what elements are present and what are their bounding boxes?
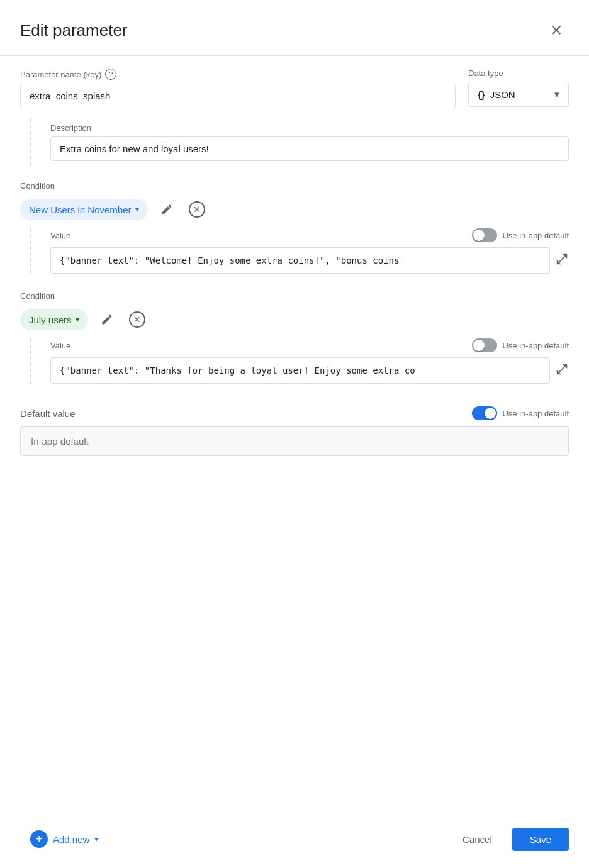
description-input[interactable] [50,136,569,161]
save-button[interactable]: Save [512,828,569,851]
default-value-input[interactable] [20,426,569,456]
add-icon: + [30,830,48,848]
condition2-edit-button[interactable] [96,308,118,331]
condition2-toggle-thumb [473,340,485,351]
condition2-header: July users ▾ ✕ [20,308,569,331]
circle-x-icon: ✕ [189,201,205,218]
condition2-value-input[interactable] [50,357,550,384]
footer-actions: Cancel Save [450,828,569,851]
condition1-expand-button[interactable] [555,252,569,269]
condition2-remove-button[interactable]: ✕ [126,308,149,331]
description-section: Description [20,118,569,166]
default-use-default-text: Use in-app default [502,409,569,418]
condition1-chip[interactable]: New Users in November ▾ [20,199,148,220]
condition2-value-inner: Value Use in-app default [40,338,569,384]
data-type-label: Data type [468,69,569,78]
condition1-use-default-row: Use in-app default [472,228,569,242]
condition1-value-input-row [50,247,569,274]
param-datatype-row: Parameter name (key) ? Data type {} JSON… [20,69,569,108]
condition2-use-default-row: Use in-app default [472,338,569,352]
condition1-value-label: Value [50,231,70,240]
add-new-button[interactable]: + Add new ▾ [20,825,108,853]
default-value-header: Default value Use in-app default [20,406,569,420]
condition2-value-label: Value [50,341,70,350]
condition1-value-section: Value Use in-app default [20,228,569,274]
condition1-chip-chevron-icon: ▾ [135,205,139,214]
condition1-section-label: Condition [20,181,569,191]
default-toggle[interactable] [472,406,497,420]
chevron-down-icon: ▾ [554,89,559,100]
header-divider [0,55,589,56]
close-button[interactable] [544,18,569,43]
default-value-label: Default value [20,408,76,419]
condition1-use-default-text: Use in-app default [502,231,569,240]
condition2-chip-chevron-icon: ▾ [76,315,79,324]
condition2-expand-button[interactable] [555,362,569,379]
data-type-group: Data type {} JSON ▾ [468,69,569,107]
pencil-icon [101,313,113,326]
condition1-value-inner: Value Use in-app default [40,228,569,274]
condition1-value-input[interactable] [50,247,550,274]
add-new-chevron-icon: ▾ [94,835,98,843]
description-indent [30,118,40,166]
condition2-use-default-text: Use in-app default [502,341,569,350]
condition2-toggle[interactable] [472,338,497,352]
condition1-value-row: Value Use in-app default [50,228,569,242]
param-name-label: Parameter name (key) ? [20,69,456,80]
condition2-value-section: Value Use in-app default [20,338,569,384]
help-icon[interactable]: ? [105,69,116,80]
condition1-header: New Users in November ▾ ✕ [20,198,569,221]
param-name-input[interactable] [20,84,456,108]
condition1-toggle[interactable] [472,228,497,242]
edit-parameter-dialog: Edit parameter Parameter name (key) ? Da… [0,0,589,868]
json-icon: {} [478,89,485,100]
description-label: Description [50,123,569,133]
condition2-section-label: Condition [20,291,569,301]
close-icon [549,23,564,38]
condition2-block: Condition July users ▾ ✕ [20,291,569,384]
condition2-chip[interactable]: July users ▾ [20,309,88,330]
description-inner: Description [40,118,569,166]
default-value-section: Default value Use in-app default [20,406,569,456]
param-name-group: Parameter name (key) ? [20,69,456,108]
condition1-edit-button[interactable] [155,198,178,221]
dialog-title: Edit parameter [20,21,128,40]
pencil-icon [160,203,173,216]
condition1-value-indent [30,228,40,274]
dialog-body: Parameter name (key) ? Data type {} JSON… [0,69,589,815]
condition2-value-indent [30,338,40,384]
condition1-block: Condition New Users in November ▾ ✕ [20,181,569,274]
expand-icon [555,362,569,376]
data-type-select[interactable]: {} JSON ▾ [468,82,569,107]
condition1-remove-button[interactable]: ✕ [186,198,208,221]
cancel-button[interactable]: Cancel [450,828,505,851]
data-type-value: JSON [490,89,549,100]
circle-x-icon: ✕ [129,311,145,328]
condition2-chip-label: July users [29,314,72,325]
default-toggle-thumb [485,408,496,419]
condition2-value-input-row [50,357,569,384]
add-new-label: Add new [53,834,89,845]
dialog-header: Edit parameter [0,0,589,55]
condition1-chip-label: New Users in November [29,204,132,215]
expand-icon [555,252,569,266]
dialog-footer: + Add new ▾ Cancel Save [0,815,589,868]
condition2-value-row: Value Use in-app default [50,338,569,352]
condition1-toggle-thumb [473,230,485,241]
default-use-default-row: Use in-app default [472,406,569,420]
